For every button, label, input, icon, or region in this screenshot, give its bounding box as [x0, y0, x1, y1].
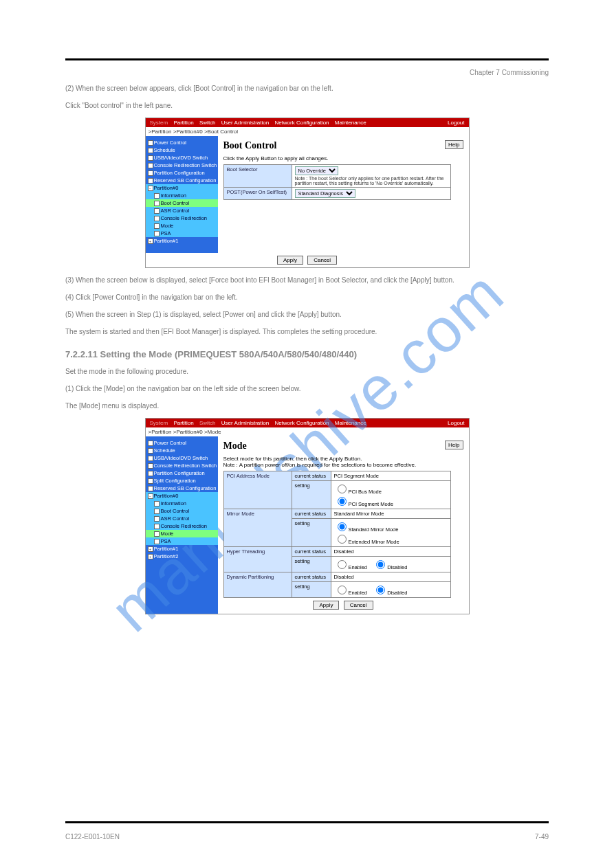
mid-p1: (3) When the screen below is displayed, …: [65, 275, 549, 285]
mirror-label: Mirror Mode: [223, 509, 292, 547]
nav2-useradmin[interactable]: User Administration: [221, 420, 269, 426]
sidebar-sub-asr[interactable]: ASR Control: [146, 207, 218, 214]
boot-selector-label: Boot Selector: [223, 165, 292, 188]
logout-link-2[interactable]: Logout: [448, 420, 464, 426]
mode-table: PCI Address Mode current status PCI Segm…: [223, 471, 452, 598]
col-current-4: current status: [292, 572, 331, 582]
mid-p3: (5) When the screen in Step (1) is displ…: [65, 309, 549, 320]
sidebar-partition0[interactable]: Partition#0: [146, 184, 218, 192]
apply-button-2[interactable]: Apply: [313, 601, 339, 610]
ht-enabled-radio[interactable]: [338, 560, 347, 569]
sidebar: Power Control Schedule USB/Video/DVD Swi…: [146, 136, 218, 253]
ht-disabled-radio[interactable]: [376, 560, 385, 569]
footer-rule: [65, 821, 549, 823]
sidebar-schedule[interactable]: Schedule: [146, 146, 218, 154]
nav-system[interactable]: System: [150, 120, 168, 126]
mirror-opt2-label: Extended Mirror Mode: [349, 539, 399, 545]
sidebar-partition1[interactable]: Partition#1: [146, 237, 218, 245]
sb2-usb-switch[interactable]: USB/Video/DVD Switch: [146, 454, 218, 462]
pci-opt2-radio[interactable]: [338, 497, 347, 506]
nav-partition[interactable]: Partition: [173, 120, 193, 126]
cancel-button-2[interactable]: Cancel: [344, 601, 373, 610]
mid-p6: (1) Click the [Mode] on the navigation b…: [65, 383, 549, 394]
mid-p5: Set the mode in the following procedure.: [65, 366, 549, 377]
post-select[interactable]: Standard Diagnosis: [295, 189, 355, 198]
sb2-sub-psa[interactable]: PSA: [146, 537, 218, 545]
button-row: Apply Cancel: [146, 253, 469, 267]
pci-opt1-radio[interactable]: [338, 485, 347, 493]
sidebar-sub-psa[interactable]: PSA: [146, 230, 218, 237]
instruction-text-2a: Select mode for this partition, then cli…: [223, 456, 463, 462]
screenshot-mode: System Partition Switch User Administrat…: [145, 418, 470, 614]
col-setting-1: setting: [292, 481, 331, 509]
help-button[interactable]: Help: [445, 140, 463, 149]
button-row-2: Apply Cancel: [223, 598, 463, 612]
sb2-reserved-sb[interactable]: Reserved SB Configuration: [146, 485, 218, 492]
sb2-sub-mode[interactable]: Mode: [146, 530, 218, 537]
nav-network[interactable]: Network Configuration: [274, 120, 329, 126]
footer-right: 7-49: [535, 833, 549, 841]
boot-selector-note: Note : The boot Selector only applies fo…: [295, 176, 448, 186]
col-current-2: current status: [292, 509, 331, 519]
sb2-power-control[interactable]: Power Control: [146, 439, 218, 447]
section-heading: 7.2.2.11 Setting the Mode (PRIMEQUEST 58…: [65, 349, 549, 359]
sb2-sub-information[interactable]: Information: [146, 500, 218, 507]
col-setting-2: setting: [292, 519, 331, 547]
sb2-partition0[interactable]: Partition#0: [146, 492, 218, 500]
help-button-2[interactable]: Help: [445, 441, 463, 449]
footer-left: C122-E001-10EN: [65, 833, 120, 841]
nav-useradmin[interactable]: User Administration: [221, 120, 269, 126]
sidebar-usb-switch[interactable]: USB/Video/DVD Switch: [146, 154, 218, 162]
nav2-system[interactable]: System: [150, 420, 168, 426]
mid-p7: The [Mode] menu is displayed.: [65, 401, 549, 411]
top-nav-bar: System Partition Switch User Administrat…: [146, 118, 469, 127]
instruction-text-2b: Note : A partition power off/on is requi…: [223, 462, 463, 468]
sidebar-power-control[interactable]: Power Control: [146, 139, 218, 146]
logout-link[interactable]: Logout: [448, 120, 464, 126]
sb2-sub-boot-control[interactable]: Boot Control: [146, 507, 218, 515]
dp-disabled-label: Disabled: [387, 590, 407, 596]
apply-button[interactable]: Apply: [277, 256, 303, 265]
instruction-text: Click the Apply Button to apply all chan…: [223, 155, 463, 162]
cancel-button[interactable]: Cancel: [307, 256, 337, 265]
col-current-3: current status: [292, 547, 331, 557]
sidebar-sub-boot-control[interactable]: Boot Control: [146, 199, 218, 207]
breadcrumb-2: >Partition >Partition#0 >Mode: [146, 427, 469, 436]
sidebar-partition-config[interactable]: Partition Configuration: [146, 169, 218, 177]
sb2-partition1[interactable]: Partition#1: [146, 545, 218, 553]
sidebar-sub-console[interactable]: Console Redirection: [146, 214, 218, 222]
nav-maintenance[interactable]: Maintenance: [335, 120, 366, 126]
nav2-network[interactable]: Network Configuration: [274, 420, 329, 426]
dp-enabled-label: Enabled: [349, 590, 368, 596]
mirror-opt1-radio[interactable]: [338, 522, 347, 531]
breadcrumb: >Partition >Partition#0 >Boot Control: [146, 127, 469, 136]
chapter-header: Chapter 7 Commissioning: [65, 69, 549, 76]
sidebar-console-switch[interactable]: Console Redirection Switch: [146, 162, 218, 169]
nav2-partition[interactable]: Partition: [173, 420, 193, 426]
ht-disabled-label: Disabled: [387, 564, 407, 570]
nav2-switch[interactable]: Switch: [199, 420, 216, 426]
boot-selector-select[interactable]: No Override: [295, 166, 338, 175]
ht-enabled-label: Enabled: [349, 564, 368, 570]
col-current-1: current status: [292, 471, 331, 481]
header-rule: [65, 58, 549, 60]
sb2-schedule[interactable]: Schedule: [146, 447, 218, 454]
sb2-sub-asr[interactable]: ASR Control: [146, 515, 218, 522]
pci-opt2-label: PCI Segment Mode: [349, 501, 393, 507]
sidebar-sub-information[interactable]: Information: [146, 192, 218, 199]
nav2-maintenance[interactable]: Maintenance: [335, 420, 366, 426]
sidebar-reserved-sb[interactable]: Reserved SB Configuration: [146, 177, 218, 184]
mirror-current: Standard Mirror Mode: [331, 509, 451, 519]
mirror-opt2-radio[interactable]: [338, 535, 347, 544]
dp-enabled-radio[interactable]: [338, 586, 347, 594]
sb2-split-config[interactable]: Split Configuration: [146, 477, 218, 485]
sb2-sub-console[interactable]: Console Redirection: [146, 522, 218, 530]
sb2-partition2[interactable]: Partition#2: [146, 553, 218, 560]
sidebar-sub-mode[interactable]: Mode: [146, 222, 218, 230]
ht-label: Hyper Threading: [223, 547, 292, 572]
sb2-console-switch[interactable]: Console Redirection Switch: [146, 462, 218, 469]
sb2-partition-config[interactable]: Partition Configuration: [146, 469, 218, 477]
screenshot-boot-control: System Partition Switch User Administrat…: [145, 118, 470, 268]
dp-disabled-radio[interactable]: [376, 586, 385, 594]
nav-switch[interactable]: Switch: [199, 120, 216, 126]
